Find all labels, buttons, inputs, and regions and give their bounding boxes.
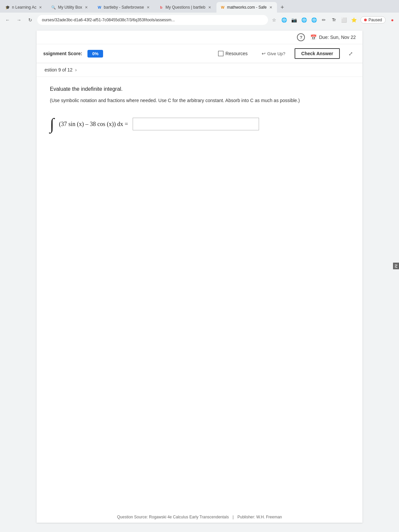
calendar-icon: 📅 <box>310 34 317 41</box>
extensions-icon[interactable]: ● <box>389 17 396 23</box>
bookmark-star-icon[interactable]: ☆ <box>271 17 277 23</box>
tab-learning-ac[interactable]: 🎓 n Learning Ac ✕ <box>1 2 47 13</box>
math-expression-text: (37 sin (x) – 38 cos (x)) dx = <box>59 121 128 128</box>
tab4-favicon: b <box>159 5 164 10</box>
help-icon[interactable]: ? <box>297 33 305 41</box>
score-badge: 0% <box>87 50 103 58</box>
browser-icon-2: 📷 <box>291 17 297 23</box>
browser-icon-1: 🌐 <box>281 17 287 23</box>
page-footer: Question Source: Rogawski 4e Calculus Ea… <box>37 515 362 519</box>
tab-bar: 🎓 n Learning Ac ✕ 🔍 My Utility Box ✕ W b… <box>0 0 399 13</box>
paused-dot <box>364 19 367 21</box>
due-date-label: Due: Sun, Nov 22 <box>319 35 356 40</box>
tab2-favicon: 🔍 <box>51 5 56 10</box>
expand-icon: ⤢ <box>348 51 353 57</box>
answer-input[interactable] <box>133 118 259 130</box>
question-nav: estion 9 of 12 › <box>37 63 362 77</box>
toolbar-icons: ☆ 🌐 📷 🌐 🌐 ✏ Tr ⬜ ⭐ Paused ● <box>271 16 396 24</box>
tab-bartleby[interactable]: W bartleby - Saferbrowse ✕ <box>93 2 154 13</box>
address-input[interactable] <box>37 15 268 25</box>
give-up-button[interactable]: ↩ Give Up? <box>258 49 289 58</box>
math-expression-row: ∫ (37 sin (x) – 38 cos (x)) dx = <box>50 116 349 132</box>
tab2-label: My Utility Box <box>58 5 82 10</box>
tab1-label: n Learning Ac <box>12 5 36 10</box>
browser-icon-3: 🌐 <box>301 17 307 23</box>
give-up-label: Give Up? <box>267 51 285 56</box>
footer-source: Question Source: Rogawski 4e Calculus Ea… <box>117 515 229 519</box>
question-body: Evaluate the indefinite integral. (Use s… <box>37 77 362 139</box>
tab1-close[interactable]: ✕ <box>38 5 43 10</box>
nav-chevron-right[interactable]: › <box>75 67 77 72</box>
tab4-label: My Questions | bartleb <box>166 5 205 10</box>
footer-divider: | <box>233 515 234 519</box>
pen-icon[interactable]: ✏ <box>321 17 327 23</box>
address-bar-row: ← → ↻ ☆ 🌐 📷 🌐 🌐 ✏ Tr ⬜ ⭐ Paused ● <box>0 13 399 27</box>
expand-button[interactable]: ⤢ <box>345 48 356 59</box>
resources-label: Resources <box>225 51 248 56</box>
give-up-icon: ↩ <box>262 51 266 56</box>
footer-publisher: Publisher: W.H. Freeman <box>237 515 282 519</box>
integral-symbol: ∫ <box>50 116 54 132</box>
check-answer-label: Check Answer <box>301 51 333 56</box>
tab3-label: bartleby - Saferbrowse <box>104 5 144 10</box>
tab4-close[interactable]: ✕ <box>207 5 212 10</box>
due-date-text: 📅 Due: Sun, Nov 22 <box>310 34 356 41</box>
page-content: ? 📅 Due: Sun, Nov 22 ssignment Score: 0%… <box>37 31 362 523</box>
tab5-label: mathworks.com - Safe <box>227 5 267 10</box>
tab-utility-box[interactable]: 🔍 My Utility Box ✕ <box>47 2 92 13</box>
paused-button[interactable]: Paused <box>360 16 386 24</box>
question-instruction: Evaluate the indefinite integral. <box>50 86 349 92</box>
question-nav-label: estion 9 of 12 <box>45 67 72 72</box>
tab5-close[interactable]: ✕ <box>269 5 273 10</box>
tab3-favicon: W <box>97 5 102 10</box>
tab-my-questions[interactable]: b My Questions | bartleb ✕ <box>155 2 216 13</box>
tab2-close[interactable]: ✕ <box>84 5 88 10</box>
screenshot-icon[interactable]: ⬜ <box>340 17 347 23</box>
im-label-text: IM <box>394 264 398 268</box>
translate-icon: Tr <box>331 17 337 23</box>
browser-chrome: 🎓 n Learning Ac ✕ 🔍 My Utility Box ✕ W b… <box>0 0 399 27</box>
page-wrapper: ? 📅 Due: Sun, Nov 22 ssignment Score: 0%… <box>0 27 399 532</box>
due-date-bar: ? 📅 Due: Sun, Nov 22 <box>37 31 362 44</box>
assignment-header: ssignment Score: 0% Resources ↩ Give Up?… <box>37 44 362 63</box>
forward-button[interactable]: → <box>15 16 23 24</box>
resources-button[interactable]: Resources <box>213 49 252 58</box>
score-label: ssignment Score: <box>43 51 82 56</box>
back-button[interactable]: ← <box>3 16 12 24</box>
reload-button[interactable]: ↻ <box>26 16 35 24</box>
resources-icon <box>218 51 223 56</box>
question-note: (Use symbolic notation and fractions whe… <box>50 97 349 104</box>
im-side-label[interactable]: IM <box>393 263 399 269</box>
star-icon[interactable]: ⭐ <box>350 17 357 23</box>
tab3-close[interactable]: ✕ <box>146 5 150 10</box>
paused-label: Paused <box>368 18 382 22</box>
tab1-favicon: 🎓 <box>5 5 10 10</box>
tab-mathworks[interactable]: W mathworks.com - Safe ✕ <box>216 2 277 13</box>
tab5-favicon: W <box>220 5 225 10</box>
browser-icon-4: 🌐 <box>311 17 317 23</box>
check-answer-button[interactable]: Check Answer <box>295 48 340 59</box>
new-tab-button[interactable]: + <box>278 3 287 12</box>
